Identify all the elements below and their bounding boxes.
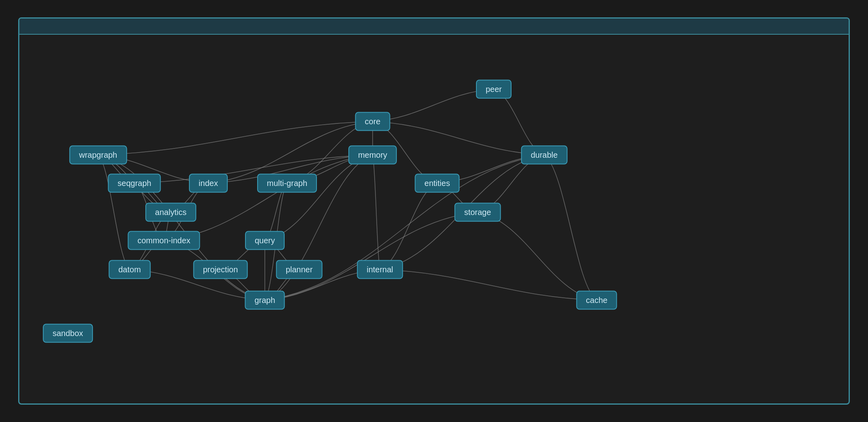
node-query[interactable]: query [245, 231, 285, 250]
edge-core-wrapgraph [98, 121, 373, 155]
edges-layer [19, 35, 849, 403]
node-core[interactable]: core [355, 112, 390, 131]
edge-entities-internal [380, 183, 437, 269]
node-cache[interactable]: cache [576, 291, 617, 310]
node-planner[interactable]: planner [276, 260, 323, 279]
app-window: peercorewrapgraphmemorydurableseqgraphin… [18, 17, 850, 405]
title-bar [19, 19, 849, 35]
edge-memory-internal [373, 155, 380, 269]
edge-memory-query [265, 155, 373, 240]
node-datom[interactable]: datom [109, 260, 151, 279]
node-analytics[interactable]: analytics [145, 203, 196, 222]
node-wrapgraph[interactable]: wrapgraph [69, 146, 127, 165]
node-sandbox[interactable]: sandbox [43, 324, 93, 343]
edge-wrapgraph-datom [98, 155, 130, 269]
node-projection[interactable]: projection [193, 260, 248, 279]
edge-storage-cache [478, 212, 597, 300]
edge-durable-cache [544, 155, 597, 300]
node-internal[interactable]: internal [357, 260, 403, 279]
graph-area: peercorewrapgraphmemorydurableseqgraphin… [19, 35, 849, 403]
edge-internal-cache [380, 269, 597, 300]
node-durable[interactable]: durable [521, 146, 568, 165]
edge-storage-graph [265, 212, 478, 300]
edge-core-durable [373, 121, 544, 155]
node-entities[interactable]: entities [415, 174, 459, 193]
node-storage[interactable]: storage [455, 203, 501, 222]
node-common-index[interactable]: common-index [128, 231, 200, 250]
node-peer[interactable]: peer [476, 80, 512, 99]
edge-memory-common-index [164, 155, 373, 240]
node-graph[interactable]: graph [245, 291, 285, 310]
edge-memory-seqgraph [134, 155, 373, 183]
node-multi-graph[interactable]: multi-graph [257, 174, 317, 193]
node-memory[interactable]: memory [348, 146, 397, 165]
node-seqgraph[interactable]: seqgraph [108, 174, 161, 193]
node-index[interactable]: index [189, 174, 228, 193]
